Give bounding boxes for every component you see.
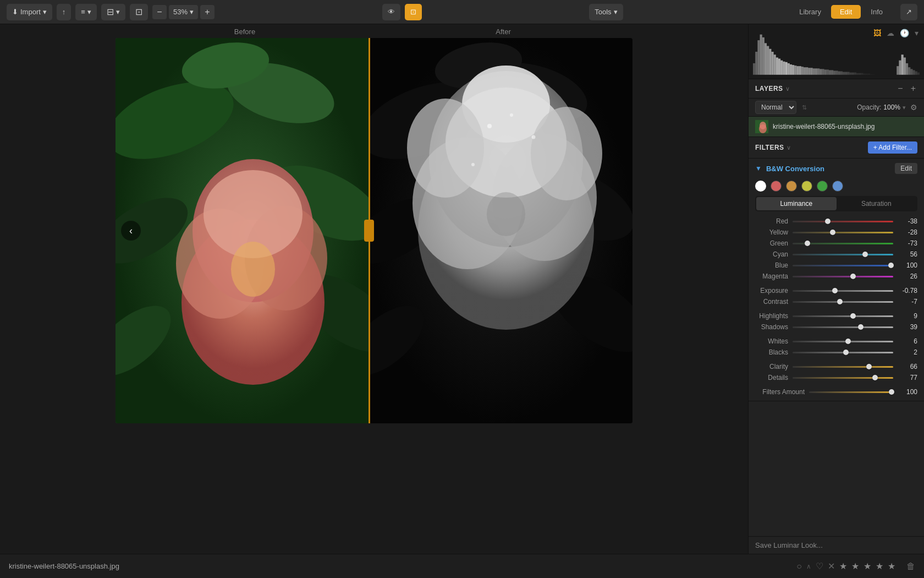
- slider-magenta-track[interactable]: [793, 276, 893, 277]
- eye-icon: 👁: [388, 8, 395, 16]
- color-dot-yellow-green[interactable]: [801, 181, 812, 192]
- slider-blacks-thumb[interactable]: [843, 350, 849, 355]
- svg-rect-70: [833, 70, 835, 74]
- reject-icon[interactable]: ✕: [828, 561, 835, 571]
- filter-collapse-icon[interactable]: ▼: [755, 165, 762, 172]
- star-2[interactable]: ★: [851, 561, 859, 571]
- blend-mode-select[interactable]: Normal Multiply Screen: [755, 101, 796, 114]
- zoom-minus-button[interactable]: −: [152, 5, 167, 19]
- before-after-divider[interactable]: [369, 38, 370, 423]
- slider-red-track[interactable]: [793, 221, 893, 222]
- slider-whites-track[interactable]: [793, 341, 893, 342]
- trash-icon[interactable]: 🗑: [906, 561, 915, 571]
- color-dot-green[interactable]: [817, 181, 828, 192]
- opacity-chevron[interactable]: ▾: [903, 104, 906, 111]
- tab-library[interactable]: Library: [790, 5, 830, 19]
- svg-rect-64: [820, 69, 822, 74]
- slider-clarity-track[interactable]: [793, 366, 893, 368]
- slider-shadows-track[interactable]: [793, 326, 893, 328]
- import-chevron: ▾: [43, 8, 47, 16]
- save-luminar-look-button[interactable]: Save Luminar Look...: [755, 541, 823, 549]
- slider-cyan-track[interactable]: [793, 254, 893, 255]
- tab-luminance[interactable]: Luminance: [756, 197, 837, 210]
- chevron-rating-icon[interactable]: ∧: [806, 563, 811, 570]
- slider-whites-thumb[interactable]: [845, 339, 851, 344]
- tab-info[interactable]: Info: [862, 5, 892, 19]
- slider-blue-track[interactable]: [793, 265, 893, 266]
- svg-rect-88: [897, 66, 899, 75]
- heart-icon[interactable]: ♡: [816, 561, 823, 571]
- svg-rect-43: [771, 52, 773, 75]
- slider-blue-thumb[interactable]: [888, 263, 894, 268]
- layers-collapse-icon[interactable]: ∨: [785, 85, 790, 92]
- layer-gear-button[interactable]: ⚙: [910, 103, 917, 112]
- divider-handle[interactable]: [364, 220, 374, 242]
- histogram-cloud-icon[interactable]: ☁: [886, 28, 895, 39]
- svg-rect-86: [870, 74, 872, 75]
- slider-shadows-thumb[interactable]: [858, 324, 864, 330]
- slider-details-thumb[interactable]: [872, 375, 878, 380]
- layer-item[interactable]: kristine-weilert-88065-unsplash.jpg: [749, 117, 924, 137]
- layout-button[interactable]: ⊟ ▾: [101, 4, 125, 20]
- filters-collapse-icon[interactable]: ∨: [787, 144, 791, 151]
- view-chevron: ▾: [87, 8, 91, 16]
- slider-blacks-track[interactable]: [793, 352, 893, 353]
- color-dot-yellow[interactable]: [786, 181, 797, 192]
- svg-rect-51: [790, 64, 792, 75]
- layers-minus-button[interactable]: −: [896, 84, 904, 94]
- color-dot-white[interactable]: [755, 181, 766, 192]
- svg-rect-93: [908, 67, 910, 75]
- zoom-display[interactable]: 53% ▾: [169, 5, 198, 19]
- star-3[interactable]: ★: [864, 561, 871, 571]
- view-options-button[interactable]: ≡ ▾: [75, 4, 97, 20]
- share-button[interactable]: ↗: [900, 4, 917, 20]
- slider-highlights-track[interactable]: [793, 315, 893, 317]
- svg-rect-55: [799, 66, 801, 75]
- histogram-clock-icon[interactable]: 🕐: [899, 28, 910, 39]
- blend-cycle-icon[interactable]: ⇅: [802, 104, 807, 111]
- color-dot-blue[interactable]: [832, 181, 843, 192]
- slider-filters-amount-thumb[interactable]: [889, 389, 894, 395]
- star-4[interactable]: ★: [876, 561, 883, 571]
- star-1[interactable]: ★: [839, 561, 847, 571]
- nav-left-button[interactable]: ‹: [121, 221, 141, 241]
- slider-magenta-thumb[interactable]: [850, 274, 856, 279]
- slider-green-thumb[interactable]: [805, 241, 810, 246]
- compare-button[interactable]: ⊡: [130, 4, 148, 20]
- slider-yellow-thumb[interactable]: [830, 230, 835, 235]
- slider-green-track[interactable]: [793, 243, 893, 244]
- slider-red-thumb[interactable]: [825, 219, 831, 224]
- zoom-plus-button[interactable]: +: [200, 5, 215, 19]
- before-photo: [116, 38, 369, 423]
- slider-exposure-track[interactable]: [793, 290, 893, 292]
- slider-clarity-thumb[interactable]: [866, 364, 872, 369]
- slider-details-track[interactable]: [793, 377, 893, 379]
- circle-rating-icon[interactable]: ○: [796, 561, 802, 571]
- slider-yellow-track[interactable]: [793, 232, 893, 233]
- histogram-photo-icon[interactable]: 🖼: [872, 28, 882, 39]
- svg-rect-90: [901, 54, 904, 75]
- eye-button[interactable]: 👁: [382, 4, 400, 20]
- image-container[interactable]: ‹: [116, 38, 632, 423]
- slider-contrast-thumb[interactable]: [837, 299, 843, 304]
- slider-highlights-thumb[interactable]: [850, 313, 856, 319]
- star-5[interactable]: ★: [888, 561, 895, 571]
- compare-toggle-button[interactable]: ⊡: [405, 4, 422, 20]
- slider-contrast-track[interactable]: [793, 301, 893, 303]
- add-filter-button[interactable]: + Add Filter...: [868, 141, 917, 154]
- slider-filters-amount-track[interactable]: [809, 391, 893, 393]
- filter-edit-button[interactable]: Edit: [895, 163, 917, 174]
- svg-rect-39: [762, 37, 765, 75]
- layers-plus-button[interactable]: +: [909, 84, 917, 94]
- tools-button[interactable]: Tools ▾: [589, 4, 623, 20]
- tab-saturation[interactable]: Saturation: [837, 197, 917, 210]
- import-button[interactable]: ⬇ Import ▾: [7, 4, 52, 20]
- color-dot-red[interactable]: [771, 181, 782, 192]
- slider-exposure-thumb[interactable]: [832, 288, 838, 293]
- slider-cyan-thumb[interactable]: [862, 252, 868, 257]
- compare-icon: ⊡: [135, 7, 142, 17]
- histogram-chevron-icon[interactable]: ▾: [914, 28, 920, 39]
- back-button[interactable]: ↑: [57, 4, 72, 20]
- svg-rect-49: [785, 62, 788, 75]
- tab-edit[interactable]: Edit: [831, 5, 861, 19]
